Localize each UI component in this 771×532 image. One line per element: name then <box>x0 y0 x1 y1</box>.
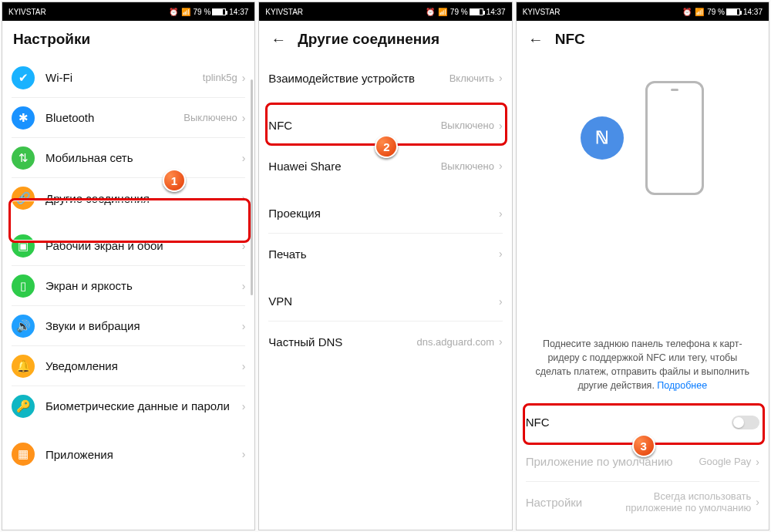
chevron-right-icon: › <box>499 120 503 132</box>
item-biometric[interactable]: 🔑Биометрические данные и пароли› <box>12 386 245 426</box>
chevron-right-icon: › <box>499 72 503 84</box>
chevron-right-icon: › <box>756 496 759 508</box>
item-other-connections[interactable]: 🔗Другие соединения› <box>12 178 245 218</box>
status-bar: KYIVSTAR ⏰ 📶 79 % 14:37 <box>259 2 511 21</box>
nfc-logo-icon: ℕ <box>581 116 624 160</box>
item-private-dns[interactable]: Частный DNSdns.adguard.com› <box>268 322 502 362</box>
back-button[interactable]: ← <box>270 31 287 49</box>
clock: 14:37 <box>743 8 763 16</box>
chevron-right-icon: › <box>499 160 503 172</box>
item-default-app: Приложение по умолчаниюGoogle Pay› <box>526 442 759 482</box>
chevron-right-icon: › <box>242 400 246 412</box>
clock: 14:37 <box>487 8 506 16</box>
carrier: KYIVSTAR <box>523 8 561 16</box>
chevron-right-icon: › <box>499 207 503 220</box>
phone-outline-icon <box>645 81 704 195</box>
item-mobile[interactable]: ⇅Мобильная сеть› <box>12 138 245 178</box>
signal-icon: 📶 <box>438 8 447 16</box>
status-bar: KYIVSTAR ⏰ 📶 79 % 14:37 <box>517 2 769 21</box>
key-icon: 🔑 <box>12 395 35 418</box>
chevron-right-icon: › <box>499 335 503 348</box>
page-title: Другие соединения <box>298 31 439 48</box>
chevron-right-icon: › <box>242 192 246 204</box>
link-icon: 🔗 <box>12 187 35 210</box>
clock: 14:37 <box>229 8 248 16</box>
screen-other-connections: KYIVSTAR ⏰ 📶 79 % 14:37 ←Другие соединен… <box>258 2 512 530</box>
carrier: KYIVSTAR <box>265 8 303 16</box>
nfc-toggle-row[interactable]: NFC <box>526 403 759 442</box>
item-vpn[interactable]: VPN› <box>268 281 502 322</box>
chevron-right-icon: › <box>242 448 246 460</box>
item-device-interaction[interactable]: Взаимодействие устройствВключить› <box>268 58 502 98</box>
chevron-right-icon: › <box>242 240 246 252</box>
scrollbar[interactable] <box>251 79 253 295</box>
chevron-right-icon: › <box>242 360 246 372</box>
item-print[interactable]: Печать› <box>268 234 502 274</box>
page-title: NFC <box>555 31 585 48</box>
page-title: Настройки <box>2 21 254 58</box>
bell-icon: 🔔 <box>12 355 35 378</box>
chevron-right-icon: › <box>242 280 246 292</box>
item-sound[interactable]: 🔊Звуки и вибрация› <box>12 306 245 346</box>
chevron-right-icon: › <box>242 112 246 124</box>
item-wifi[interactable]: ✔Wi-Fitplink5g› <box>12 58 245 98</box>
signal-icon: 📶 <box>695 8 704 16</box>
back-button[interactable]: ← <box>527 31 544 49</box>
nfc-illustration: ℕ <box>526 58 759 210</box>
image-icon: ▣ <box>12 234 35 258</box>
screen-nfc: KYIVSTAR ⏰ 📶 79 % 14:37 ←NFC ℕ Поднесите… <box>516 2 769 530</box>
item-huawei-share[interactable]: Huawei ShareВыключено› <box>268 146 502 186</box>
sound-icon: 🔊 <box>12 315 35 338</box>
screen-settings: KYIVSTAR ⏰ 📶 79 % 14:37 Настройки ✔Wi-Fi… <box>2 2 255 530</box>
item-homescreen[interactable]: ▣Рабочий экран и обои› <box>12 226 245 266</box>
link-more[interactable]: Подробнее <box>657 380 707 391</box>
item-apps[interactable]: ▦Приложения› <box>12 434 245 474</box>
item-notifications[interactable]: 🔔Уведомления› <box>12 346 245 386</box>
item-bluetooth[interactable]: ✱BluetoothВыключено› <box>12 98 245 138</box>
battery-icon <box>726 8 740 15</box>
alarm-icon: ⏰ <box>169 8 178 16</box>
chevron-right-icon: › <box>242 152 246 164</box>
chevron-right-icon: › <box>499 295 503 308</box>
battery-icon <box>470 8 483 15</box>
chevron-right-icon: › <box>242 320 246 332</box>
carrier: KYIVSTAR <box>8 8 46 16</box>
nfc-description: Поднесите заднюю панель телефона к карт-… <box>526 331 759 404</box>
item-nfc-settings: НастройкиВсегда использовать приложение … <box>526 482 759 522</box>
item-nfc[interactable]: NFCВыключено› <box>268 106 502 146</box>
item-projection[interactable]: Проекция› <box>268 194 502 234</box>
signal-icon: 📶 <box>181 8 190 16</box>
display-icon: ▯ <box>12 274 35 298</box>
nfc-toggle[interactable] <box>732 416 759 429</box>
chevron-right-icon: › <box>242 72 246 84</box>
chevron-right-icon: › <box>756 456 759 468</box>
chevron-right-icon: › <box>499 247 503 260</box>
status-bar: KYIVSTAR ⏰ 📶 79 % 14:37 <box>2 2 254 21</box>
wifi-icon: ✔ <box>12 66 35 89</box>
bluetooth-icon: ✱ <box>12 106 35 130</box>
item-display[interactable]: ▯Экран и яркость› <box>12 266 245 306</box>
alarm-icon: ⏰ <box>426 8 435 16</box>
battery-icon <box>212 8 226 15</box>
apps-icon: ▦ <box>12 443 35 466</box>
mobile-icon: ⇅ <box>12 146 35 170</box>
alarm-icon: ⏰ <box>682 8 692 16</box>
